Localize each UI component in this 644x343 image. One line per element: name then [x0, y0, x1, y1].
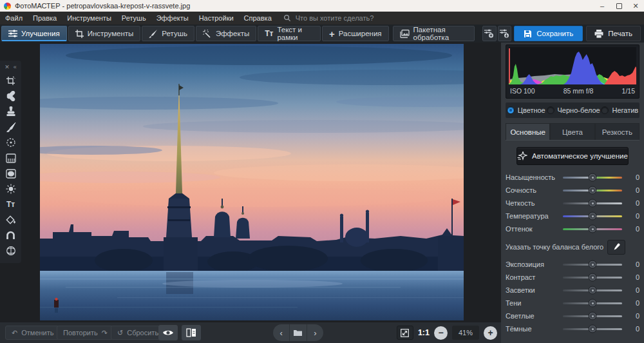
batch-processing-button[interactable]: Пакетная обработка [393, 26, 475, 41]
menu-retouch[interactable]: Ретушь [117, 12, 151, 24]
tab-text-frames[interactable]: Tт Текст и рамки [258, 26, 321, 41]
temperature-slider[interactable] [563, 211, 622, 220]
compare-before-after-button[interactable] [182, 325, 201, 340]
color-sliders-group: Насыщенность 0 Сочность 0 Четкость 0 Тем… [506, 171, 639, 235]
zoom-in-button[interactable]: + [484, 326, 497, 340]
slider-value: 0 [628, 273, 639, 281]
menu-help[interactable]: Справка [239, 12, 277, 24]
auto-enhance-button[interactable]: Автоматическое улучшение [516, 147, 629, 165]
tool-text[interactable]: Tт [3, 197, 19, 212]
search-input[interactable] [294, 14, 406, 23]
redo-button[interactable]: Повторить ↷ [57, 326, 114, 340]
exposure-slider[interactable] [563, 260, 622, 269]
undo-button[interactable]: ↶ Отменить [5, 326, 60, 340]
close-button[interactable]: ✕ [627, 0, 644, 12]
slider-handle[interactable] [589, 199, 597, 208]
radio-icon [547, 106, 554, 114]
tool-healing[interactable] [3, 88, 19, 104]
color-mode-row: Цветное Черно-белое Негатив [506, 103, 639, 118]
crop-icon [75, 30, 84, 38]
slider-handle[interactable] [589, 286, 597, 295]
vibrance-slider[interactable] [563, 186, 622, 195]
tab-improvements[interactable]: Улучшения [1, 26, 67, 41]
tool-graduated-filter[interactable] [3, 150, 19, 166]
tool-paint-fill[interactable] [3, 212, 19, 228]
panel-close-icon[interactable]: ✕ [5, 64, 10, 70]
menu-tools[interactable]: Инструменты [62, 12, 117, 24]
tab-tools[interactable]: Инструменты [68, 26, 141, 41]
fit-to-screen-button[interactable] [397, 326, 413, 340]
prev-photo-button[interactable]: ‹ [273, 324, 289, 341]
preset-add-button[interactable] [482, 26, 497, 41]
window-controls: – ✕ [594, 0, 644, 12]
menu-effects[interactable]: Эффекты [151, 12, 194, 24]
preview-original-button[interactable] [158, 325, 178, 340]
slider-row-whites: Светлые 0 [506, 309, 639, 322]
mode-color[interactable]: Цветное [507, 106, 545, 114]
mode-black-white[interactable]: Черно-белое [547, 106, 600, 114]
preset-export-button[interactable] [498, 26, 512, 41]
panel-tab-basic[interactable]: Основные [506, 123, 550, 140]
panel-tab-sharpness[interactable]: Резкость [595, 123, 639, 140]
tool-adjustment-brush[interactable] [3, 119, 19, 135]
plus-icon: + [329, 28, 335, 39]
slider-label: Сочность [506, 186, 563, 194]
photo-canvas[interactable] [40, 44, 464, 320]
window-title: ФотоМАСТЕР - petropavlovskaa-krepost-v-r… [15, 2, 190, 10]
tab-extensions[interactable]: + Расширения [322, 26, 389, 41]
tab-retouch[interactable]: Ретушь [142, 26, 194, 41]
blacks-slider[interactable] [563, 324, 622, 333]
chevron-left-icon: ‹ [279, 329, 282, 337]
minimize-button[interactable]: – [594, 0, 611, 12]
slider-handle[interactable] [589, 173, 597, 182]
tool-light[interactable] [3, 181, 19, 197]
slider-handle[interactable] [589, 299, 597, 308]
slider-handle[interactable] [589, 312, 597, 320]
slider-handle[interactable] [589, 260, 597, 269]
slider-value: 0 [628, 199, 639, 207]
slider-handle[interactable] [589, 325, 597, 333]
bottom-bar: ↶ Отменить Повторить ↷ ↺ Сбросить [0, 322, 501, 343]
brush-icon [149, 30, 158, 38]
shadows-slider[interactable] [563, 299, 622, 308]
slider-handle[interactable] [589, 212, 597, 220]
save-button[interactable]: Сохранить [514, 26, 583, 41]
next-photo-button[interactable]: › [307, 324, 323, 341]
contrast-slider[interactable] [563, 273, 622, 282]
zoom-level[interactable]: 41% [452, 326, 479, 340]
reset-button[interactable]: ↺ Сбросить [111, 326, 165, 340]
redo-label: Повторить [63, 329, 98, 337]
tool-clone-stamp[interactable] [3, 104, 19, 119]
slider-handle[interactable] [589, 225, 597, 233]
tool-vignette[interactable] [3, 166, 19, 181]
clarity-slider[interactable] [563, 199, 622, 208]
zoom-one-to-one-button[interactable]: 1:1 [418, 328, 430, 337]
slider-handle[interactable] [589, 186, 597, 195]
panel-tab-colors[interactable]: Цвета [550, 123, 594, 140]
print-button[interactable]: Печать [586, 26, 641, 41]
whites-slider[interactable] [563, 311, 622, 320]
tool-radial-filter[interactable] [3, 135, 19, 150]
slider-value: 0 [628, 186, 639, 194]
saturation-slider[interactable] [563, 173, 622, 182]
mode-negative[interactable]: Негатив [601, 106, 638, 114]
tool-magnet-mask[interactable] [3, 228, 19, 243]
clone-stamp-icon [6, 106, 16, 117]
white-balance-picker-button[interactable] [607, 240, 625, 255]
tint-slider[interactable] [563, 224, 622, 233]
menu-edit[interactable]: Правка [28, 12, 62, 24]
tab-effects[interactable]: Эффекты [196, 26, 256, 41]
zoom-out-button[interactable]: − [434, 326, 448, 340]
open-folder-button[interactable] [289, 324, 307, 341]
slider-handle[interactable] [589, 273, 597, 282]
highlights-slider[interactable] [563, 286, 622, 295]
slider-value: 0 [628, 286, 639, 294]
tool-sphere-correction[interactable] [3, 243, 19, 259]
slider-row-highlights: Засветки 0 [506, 284, 639, 297]
menu-file[interactable]: Файл [0, 12, 28, 24]
menu-settings[interactable]: Настройки [194, 12, 239, 24]
restore-button[interactable] [611, 0, 627, 12]
tool-crop-rotate[interactable] [3, 73, 19, 88]
panel-collapse-icon[interactable]: « [14, 64, 17, 70]
slider-label: Насыщенность [506, 173, 563, 181]
